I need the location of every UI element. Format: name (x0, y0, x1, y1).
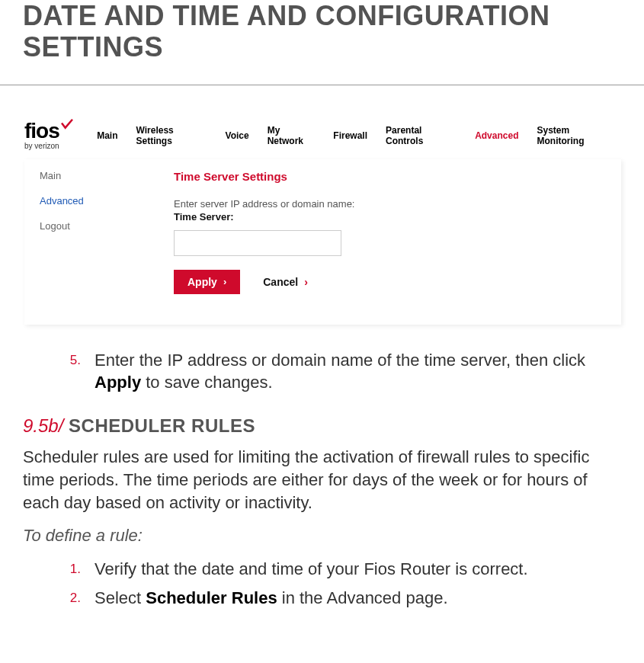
tab-my-network[interactable]: My Network (268, 125, 316, 146)
logo-word: fios (24, 122, 59, 140)
time-server-input[interactable] (174, 230, 341, 256)
logo-sub: by verizon (24, 142, 59, 150)
section-lead: To define a rule: (23, 524, 621, 547)
button-row: Apply › Cancel › (174, 270, 606, 294)
router-content: Time Server Settings Enter server IP add… (159, 159, 621, 325)
sidebar-item-advanced[interactable]: Advanced (40, 195, 149, 207)
step-number: 1. (67, 558, 81, 581)
apply-button-label: Apply (187, 276, 217, 288)
text-bold: Scheduler Rules (146, 588, 277, 607)
step-text: Enter the IP address or domain name of t… (95, 349, 621, 394)
step-text: Select Scheduler Rules in the Advanced p… (95, 587, 621, 610)
tab-voice[interactable]: Voice (226, 130, 249, 141)
step-text: Verify that the date and time of your Fi… (95, 558, 621, 581)
tab-firewall[interactable]: Firewall (333, 130, 367, 141)
apply-button[interactable]: Apply › (174, 270, 240, 294)
panel-heading: Time Server Settings (174, 170, 606, 183)
text-fragment: Select (95, 588, 146, 607)
router-body: Main Advanced Logout Time Server Setting… (24, 159, 621, 325)
tab-parental-controls[interactable]: Parental Controls (386, 125, 457, 146)
step-number: 5. (67, 349, 81, 394)
sidebar-item-logout[interactable]: Logout (40, 220, 149, 232)
top-tabs: Main Wireless Settings Voice My Network … (97, 125, 614, 146)
text-fragment: to save changes. (141, 373, 272, 392)
section-name: SCHEDULER RULES (69, 415, 255, 436)
router-top-bar: fios by verizon Main Wireless Settings V… (24, 116, 621, 158)
tab-advanced[interactable]: Advanced (475, 130, 518, 141)
chevron-right-icon: › (223, 276, 226, 287)
section-heading: 9.5b/ SCHEDULER RULES (23, 414, 621, 438)
router-screenshot: fios by verizon Main Wireless Settings V… (24, 116, 621, 325)
sidebar-item-main[interactable]: Main (40, 170, 149, 181)
tab-wireless-settings[interactable]: Wireless Settings (136, 125, 207, 146)
ordered-list-define: 1. Verify that the date and time of your… (23, 558, 621, 609)
verizon-check-icon (61, 119, 73, 130)
text-fragment: Enter the IP address or domain name of t… (95, 351, 585, 370)
cancel-button[interactable]: Cancel › (258, 275, 312, 289)
tab-main[interactable]: Main (97, 130, 117, 141)
list-item: 1. Verify that the date and time of your… (67, 558, 621, 581)
text-fragment: in the Advanced page. (277, 588, 448, 607)
tab-system-monitoring[interactable]: System Monitoring (537, 125, 614, 146)
ordered-list-resume: 5. Enter the IP address or domain name o… (23, 349, 621, 394)
text-bold: Apply (95, 373, 141, 392)
section-intro: Scheduler rules are used for limiting th… (23, 446, 621, 514)
cancel-button-label: Cancel (263, 276, 298, 288)
panel-desc: Enter server IP address or domain name: (174, 198, 606, 210)
document-body: 5. Enter the IP address or domain name o… (23, 349, 621, 610)
section-number: 9.5b/ (23, 415, 63, 436)
divider (0, 85, 644, 85)
list-item: 2. Select Scheduler Rules in the Advance… (67, 587, 621, 610)
fios-logo: fios by verizon (24, 122, 80, 150)
router-sidebar: Main Advanced Logout (24, 159, 159, 325)
step-number: 2. (67, 587, 81, 610)
time-server-label: Time Server: (174, 211, 606, 223)
list-item: 5. Enter the IP address or domain name o… (67, 349, 621, 394)
page-title: DATE AND TIME AND CONFIGURATION SETTINGS (23, 0, 621, 63)
chevron-right-icon: › (304, 276, 308, 288)
